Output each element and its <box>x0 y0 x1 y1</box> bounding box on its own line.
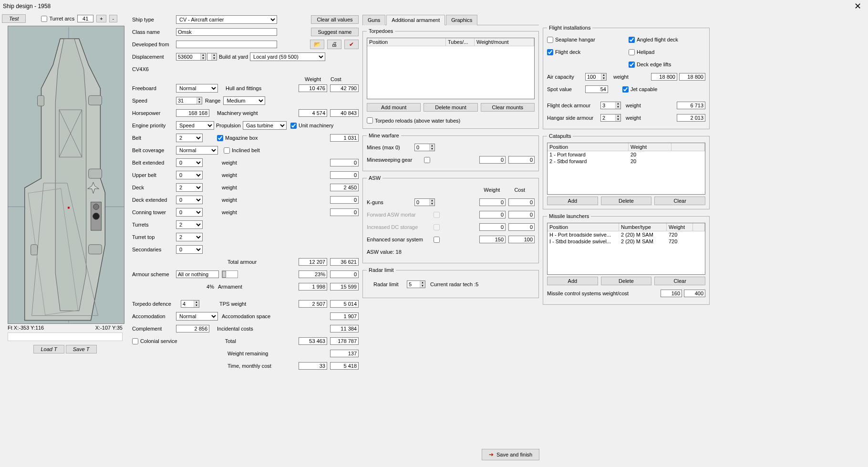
asw-group: ASW Weight Cost K-guns ▲▼ Forward ASW mo… <box>362 175 539 263</box>
turret-arc-value: 41 <box>77 15 93 22</box>
svg-rect-16 <box>37 95 44 106</box>
fwd-mortar-checkbox <box>434 212 440 218</box>
turret-arcs-checkbox[interactable]: Turret arcs <box>41 16 74 22</box>
accomodation-select[interactable]: Normal <box>176 312 218 321</box>
kguns-spinner[interactable]: ▲▼ <box>414 198 435 206</box>
colonial-service-checkbox[interactable]: Colonial service <box>132 338 177 344</box>
minus-button[interactable]: - <box>109 15 118 22</box>
torpedo-defence-spinner[interactable]: ▲▼ <box>181 300 199 308</box>
displacement-extra-spinner[interactable]: ▲▼ <box>207 53 217 61</box>
displacement-spinner[interactable]: ▲▼ <box>176 53 206 61</box>
list-item[interactable]: I - Stbd broadside swivel...2 (20) M SAM… <box>548 238 705 245</box>
print-icon[interactable]: 🖨 <box>327 40 341 49</box>
engine-priority-select[interactable]: Speed <box>176 121 214 130</box>
hull-code: CV4X6 <box>132 66 149 72</box>
inclined-belt-checkbox[interactable]: Inclined belt <box>224 147 260 154</box>
catapult-delete-button[interactable]: Delete <box>601 197 652 205</box>
flight-deck-armour-spinner[interactable]: ▲▼ <box>600 102 621 109</box>
freeboard-select[interactable]: Normal <box>176 84 218 93</box>
svg-rect-15 <box>89 245 102 254</box>
delete-mount-button[interactable]: Delete mount <box>424 103 477 112</box>
catapults-list[interactable]: Position Weight 1 - Port forward202 - St… <box>547 143 705 195</box>
folder-icon[interactable]: 📂 <box>310 40 324 49</box>
catapult-add-button[interactable]: Add <box>547 197 598 205</box>
deck-ext-select[interactable]: 0 <box>176 196 203 204</box>
torpedoes-group: Torpedoes Position Tubes/... Weight/moun… <box>362 28 539 129</box>
svg-rect-13 <box>89 95 102 105</box>
missile-clear-button[interactable]: Clear <box>654 277 705 285</box>
radar-limit-group: Radar limit Radar limit ▲▼ Current radar… <box>362 267 539 298</box>
armour-scheme-slider[interactable] <box>222 270 238 278</box>
missile-list[interactable]: Position Number/type Weight H - Port bro… <box>547 223 705 275</box>
ship-type-select[interactable]: CV - Aircraft carrier <box>176 15 277 24</box>
missile-add-button[interactable]: Add <box>547 277 598 285</box>
suggest-name-button[interactable]: Suggest name <box>311 28 359 36</box>
mine-warfare-group: Mine warfare Mines (max 0) ▲▼ Minesweepi… <box>362 133 539 171</box>
armament-tabs: Guns Additional armament Graphics <box>362 14 539 25</box>
tab-graphics[interactable]: Graphics <box>446 15 477 25</box>
add-mount-button[interactable]: Add mount <box>367 103 421 112</box>
svg-point-12 <box>93 213 100 219</box>
arrow-right-icon: ➔ <box>489 451 494 458</box>
list-item[interactable]: 2 - Stbd forward20 <box>548 158 705 165</box>
helipad-checkbox[interactable]: Helipad <box>629 49 654 55</box>
torpedo-reloads-checkbox[interactable]: Torpedo reloads (above water tubes) <box>367 117 460 124</box>
propulsion-select[interactable]: Gas turbine <box>243 121 287 130</box>
load-t-button[interactable]: Load T <box>33 345 64 353</box>
flight-deck-checkbox[interactable]: Flight deck <box>547 49 580 55</box>
list-item[interactable]: H - Port broadside swive...2 (20) M SAM7… <box>548 231 705 238</box>
class-name-input[interactable] <box>176 28 277 36</box>
belt-coverage-select[interactable]: Normal <box>176 146 218 155</box>
turret-top-select[interactable]: 2 <box>176 233 203 241</box>
clear-all-button[interactable]: Clear all values <box>311 15 359 24</box>
list-item[interactable]: 1 - Port forward20 <box>548 151 705 158</box>
svg-rect-17 <box>31 245 38 255</box>
test-button[interactable]: Test <box>2 14 26 23</box>
check-icon[interactable]: ✔ <box>344 40 359 49</box>
xy-coord: X:-107 Y:35 <box>95 325 123 331</box>
svg-marker-4 <box>55 39 86 311</box>
sonar-checkbox[interactable] <box>434 237 440 243</box>
belt-ext-select[interactable]: 0 <box>176 158 203 167</box>
radar-limit-spinner[interactable]: ▲▼ <box>407 280 425 288</box>
turrets-select[interactable]: 2 <box>176 220 203 229</box>
save-and-finish-button[interactable]: ➔ Save and finish <box>482 449 539 460</box>
ship-diagram[interactable] <box>8 26 124 324</box>
deck-select[interactable]: 2 <box>176 183 203 192</box>
hangar-side-armour-spinner[interactable]: ▲▼ <box>600 114 621 122</box>
missile-launchers-group: Missile launchers Position Number/type W… <box>543 213 710 305</box>
unit-machinery-checkbox[interactable]: Unit machinery <box>290 123 333 129</box>
close-icon[interactable]: ✕ <box>850 1 865 11</box>
tab-guns[interactable]: Guns <box>362 15 385 25</box>
speed-spinner[interactable]: ▲▼ <box>176 97 202 104</box>
upper-belt-select[interactable]: 0 <box>176 171 203 179</box>
secondaries-select[interactable]: 0 <box>176 245 203 254</box>
mines-spinner[interactable]: ▲▼ <box>414 144 435 151</box>
magazine-box-checkbox[interactable]: Magazine box <box>217 135 258 141</box>
clear-mounts-button[interactable]: Clear mounts <box>481 103 535 112</box>
angled-deck-checkbox[interactable]: Angled flight deck <box>629 37 678 43</box>
build-yard-select[interactable]: Local yard (59 500) <box>250 52 325 61</box>
air-capacity-spinner[interactable]: ▲▼ <box>585 73 607 81</box>
minesweeping-checkbox[interactable] <box>424 157 430 163</box>
window-title: Ship design - 1958 <box>3 3 51 10</box>
torpedo-list[interactable]: Position Tubes/... Weight/mount <box>367 38 535 99</box>
seaplane-hangar-checkbox[interactable]: Seaplane hangar <box>547 37 595 43</box>
catapult-clear-button[interactable]: Clear <box>654 197 705 205</box>
conning-tower-select[interactable]: 0 <box>176 208 203 217</box>
plus-button[interactable]: + <box>96 15 106 22</box>
asw-value: ASW value: 18 <box>367 249 402 255</box>
deck-edge-lifts-checkbox[interactable]: Deck edge lifts <box>629 62 671 68</box>
dc-storage-checkbox <box>434 224 440 230</box>
range-select[interactable]: Medium <box>223 96 265 105</box>
flight-installations-group: Flight installations Seaplane hangar Fli… <box>543 25 710 129</box>
svg-rect-19 <box>68 207 70 208</box>
tab-additional-armament[interactable]: Additional armament <box>386 15 445 25</box>
save-t-button[interactable]: Save T <box>66 345 97 353</box>
jet-capable-checkbox[interactable]: Jet capable <box>622 86 657 93</box>
svg-point-11 <box>93 204 99 209</box>
belt-select[interactable]: 2 <box>176 134 203 142</box>
developed-from-input[interactable] <box>176 41 277 48</box>
catapults-group: Catapults Position Weight 1 - Port forwa… <box>543 133 710 209</box>
missile-delete-button[interactable]: Delete <box>601 277 652 285</box>
